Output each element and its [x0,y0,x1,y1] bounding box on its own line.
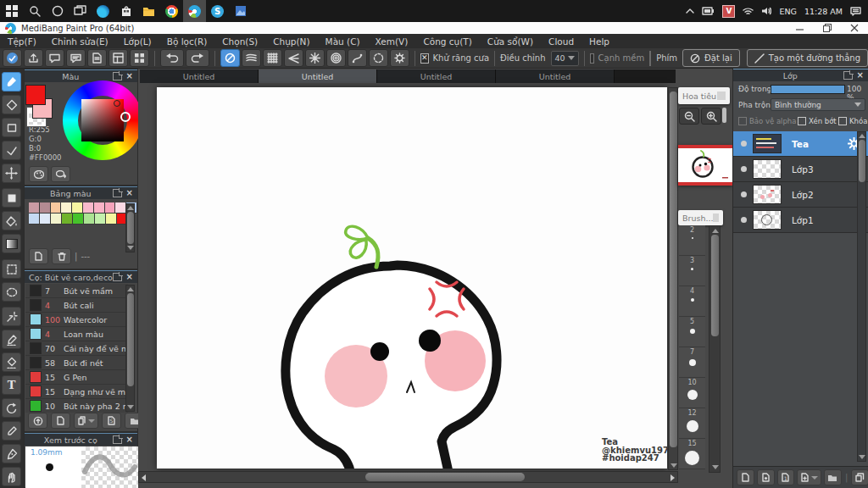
brush-list-item[interactable]: 15Dạng như vẽ môi [25,385,128,399]
collapse-icon[interactable] [713,214,719,222]
hand-tool[interactable] [2,467,21,486]
brush-script-button[interactable]: S [102,413,121,429]
brush-size-option[interactable]: 5 [679,317,705,347]
palette-swatch[interactable] [95,214,106,225]
brush-size-option[interactable]: 4 [679,286,705,317]
straight-line-button[interactable]: Tạo một đường thẳng [747,49,868,67]
soft-edge-checkbox[interactable] [590,53,593,64]
duplicate-layer-button[interactable] [851,469,868,485]
shape-brush-tool[interactable] [2,118,21,137]
brush-list-item[interactable]: 15G Pen [25,370,128,385]
opacity-slider[interactable] [771,85,845,94]
zoom-in-button[interactable] [701,108,721,125]
brush-duplicate-button[interactable] [74,413,98,429]
text-tool[interactable]: T [2,375,21,395]
brush-size-option[interactable]: 10 [679,378,705,408]
redo-button[interactable] [186,49,209,67]
blend-mode-dropdown[interactable]: Bình thường [771,98,865,111]
rotate-view-tool[interactable] [2,398,21,418]
menu-cloud[interactable]: Cloud [541,34,581,48]
palette-swatch[interactable] [106,214,117,225]
popout-icon[interactable] [113,72,122,80]
medibang-taskbar-icon[interactable] [183,0,206,22]
navigator-thumbnail[interactable] [678,145,732,186]
comment-button[interactable] [45,49,64,67]
close-icon[interactable]: × [126,273,133,281]
adjust-dropdown[interactable]: 40 [551,51,580,66]
grid-snap-button[interactable] [263,49,282,67]
menu-select[interactable]: Chọn(S) [214,34,265,48]
parallel-lines-button[interactable] [242,49,261,67]
brush-list-item[interactable]: 100Watercolor [25,313,128,327]
layer-visibility-toggle[interactable] [741,166,747,172]
palette-swatch[interactable] [72,202,83,214]
menu-edit[interactable]: Chỉnh sửa(E) [44,34,116,48]
palette-delete-button[interactable] [52,248,71,264]
layer-visibility-toggle[interactable] [741,191,747,197]
canvas-horizontal-scrollbar[interactable] [138,471,678,483]
new-1bit-layer-button[interactable]: 1 [777,469,795,485]
palette-scrollbar[interactable] [125,203,135,252]
palette-swatch[interactable] [83,202,94,214]
scrollbar-thumb[interactable] [365,473,525,481]
close-icon[interactable]: × [126,435,133,444]
brush-list-item[interactable]: 4Loan màu [25,327,128,341]
layer-row-tea[interactable]: Tea [733,131,868,157]
document-tab[interactable]: Untitled [377,69,496,83]
cloud-save-button[interactable] [3,49,22,67]
layer-row[interactable]: Lớp3 [733,157,868,182]
marquee-select-tool[interactable] [2,259,21,279]
popout-icon[interactable] [113,435,122,444]
new-tone-layer-button[interactable] [757,469,775,485]
palette-swatch[interactable] [29,214,40,225]
feedback-button[interactable] [66,49,86,67]
start-button[interactable] [0,0,23,22]
close-icon[interactable]: × [126,189,133,197]
popout-icon[interactable] [843,71,853,80]
palette-swatch[interactable] [51,214,62,225]
action-center-icon[interactable] [850,7,861,16]
add-layer-dropdown-button[interactable] [797,469,821,485]
menu-window[interactable]: Cửa sổ(W) [480,34,541,48]
canvas-vertical-scrollbar[interactable] [668,87,678,470]
menu-tools[interactable]: Công cụ(T) [415,34,479,48]
palette-swatch[interactable] [61,202,72,214]
menu-filter[interactable]: Bộ lọc(R) [159,34,215,48]
brush-list-item[interactable]: 58Bút đi nét [25,356,128,370]
antialias-checkbox[interactable]: ✕ [420,53,429,64]
brush-list-item[interactable]: 10Bút này pha 2 mà [25,399,128,413]
close-icon[interactable]: × [857,71,864,80]
file-explorer-icon[interactable] [137,0,160,22]
battery-icon[interactable] [702,7,715,15]
document-tab[interactable]: Untitled [140,69,259,83]
zoom-slider[interactable] [722,108,726,123]
bucket-tool[interactable] [2,211,21,230]
task-view-icon[interactable] [69,0,92,22]
radial-lines-button[interactable] [305,49,325,67]
brush-size-option[interactable]: 15 [679,439,705,469]
layer-row[interactable]: Lớp1 [733,208,868,233]
select-eraser-tool[interactable] [2,352,21,372]
move-tool[interactable] [2,164,21,183]
brush-list-item[interactable]: 70Cái này để vẽ mắ [25,341,128,356]
foreground-color-swatch[interactable] [25,85,46,105]
brush-size-option[interactable]: 3 [679,256,705,286]
brush-size-option[interactable]: 2 [679,225,705,256]
chrome-icon[interactable] [160,0,183,22]
popout-icon[interactable] [113,189,122,197]
grid-view-button[interactable] [130,49,149,67]
palette-swatch[interactable] [94,202,105,214]
menu-file[interactable]: Tệp(F) [0,34,44,48]
tray-chevron-icon[interactable] [686,8,694,14]
brush-size-panel-header[interactable]: Brush... [678,210,723,225]
clipping-checkbox[interactable]: Xén bớt [798,117,837,125]
undo-button[interactable] [160,49,184,67]
palette-swatch[interactable] [105,202,116,214]
minimize-button[interactable] [787,22,814,34]
sv-selector[interactable] [114,100,120,107]
vanishing-point-button[interactable] [284,49,303,67]
magic-wand-tool[interactable] [2,307,21,326]
reset-button[interactable]: Đặt lại [682,49,740,67]
concentric-circles-button[interactable] [326,49,346,67]
brush-list-item[interactable]: 7Bút vẽ mầm [25,284,128,298]
